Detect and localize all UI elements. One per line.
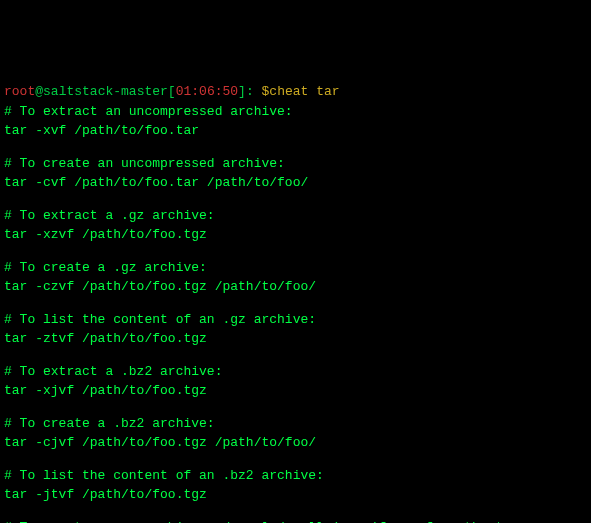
prompt-time: 01:06:50 xyxy=(176,84,238,99)
comment-line: # To extract a .bz2 archive: xyxy=(4,362,587,382)
prompt-lb: [ xyxy=(168,84,176,99)
cmd-line: tar -xvf /path/to/foo.tar xyxy=(4,121,587,141)
blank-line xyxy=(4,193,587,206)
blank-line xyxy=(4,505,587,518)
prompt-at: @ xyxy=(35,84,43,99)
prompt-line[interactable]: root@saltstack-master[01:06:50]: $cheat … xyxy=(4,82,587,102)
prompt-user: root xyxy=(4,84,35,99)
blank-line xyxy=(4,349,587,362)
cmd-line: tar -cvf /path/to/foo.tar /path/to/foo/ xyxy=(4,173,587,193)
comment-line: # To extract a .gz archive: xyxy=(4,206,587,226)
cmd-line: tar -jtvf /path/to/foo.tgz xyxy=(4,485,587,505)
cmd-line: tar -xzvf /path/to/foo.tgz xyxy=(4,225,587,245)
comment-line: # To create an uncompressed archive: xyxy=(4,154,587,174)
comment-line: # To create a .gz archive: xyxy=(4,258,587,278)
cmd-line: tar -ztvf /path/to/foo.tgz xyxy=(4,329,587,349)
blank-line xyxy=(4,297,587,310)
cmd-line: tar -czvf /path/to/foo.tgz /path/to/foo/ xyxy=(4,277,587,297)
blank-line xyxy=(4,453,587,466)
terminal-output: root@saltstack-master[01:06:50]: $cheat … xyxy=(4,82,587,523)
comment-line: # To extract an uncompressed archive: xyxy=(4,102,587,122)
typed-command: cheat tar xyxy=(269,84,339,99)
cmd-line: tar -xjvf /path/to/foo.tgz xyxy=(4,381,587,401)
prompt-host: saltstack-master xyxy=(43,84,168,99)
prompt-tail: : xyxy=(246,84,262,99)
blank-line xyxy=(4,245,587,258)
blank-line xyxy=(4,401,587,414)
comment-line: # To create a .gz archive and exclude al… xyxy=(4,518,587,524)
cmd-line: tar -cjvf /path/to/foo.tgz /path/to/foo/ xyxy=(4,433,587,453)
comment-line: # To list the content of an .gz archive: xyxy=(4,310,587,330)
comment-line: # To list the content of an .bz2 archive… xyxy=(4,466,587,486)
prompt-rb: ] xyxy=(238,84,246,99)
comment-line: # To create a .bz2 archive: xyxy=(4,414,587,434)
blank-line xyxy=(4,141,587,154)
